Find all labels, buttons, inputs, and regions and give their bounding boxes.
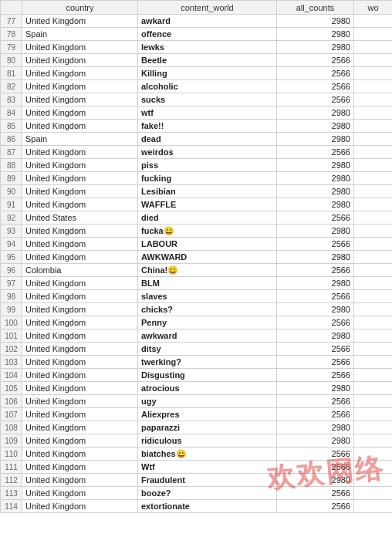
cell-all-counts[interactable]: 2980: [277, 329, 354, 343]
cell-country[interactable]: United States: [22, 211, 138, 225]
cell-country[interactable]: United Kingdom: [22, 106, 138, 120]
cell-country[interactable]: United Kingdom: [22, 461, 138, 474]
cell-country[interactable]: United Kingdom: [22, 238, 138, 251]
cell-country[interactable]: Spain: [22, 28, 138, 41]
cell-all-counts[interactable]: 2980: [277, 41, 354, 54]
cell-country[interactable]: Colombia: [22, 264, 138, 277]
table-row[interactable]: 111United KingdomWtf2566: [1, 461, 393, 474]
table-row[interactable]: 104United KingdomDisgusting2566: [1, 369, 393, 382]
cell-country[interactable]: United Kingdom: [22, 474, 138, 487]
cell-content-world[interactable]: LABOUR: [138, 238, 277, 251]
cell-country[interactable]: United Kingdom: [22, 434, 138, 448]
cell-all-counts[interactable]: 2980: [277, 474, 354, 487]
cell-all-counts[interactable]: 2566: [277, 356, 354, 369]
cell-content-world[interactable]: ditsy: [138, 343, 277, 356]
cell-content-world[interactable]: awkward: [138, 329, 277, 343]
cell-all-counts[interactable]: 2980: [277, 159, 354, 172]
cell-all-counts[interactable]: 2980: [277, 251, 354, 264]
table-row[interactable]: 106United Kingdomugy2566: [1, 395, 393, 408]
cell-all-counts[interactable]: 2566: [277, 461, 354, 474]
table-row[interactable]: 112United KingdomFraudulent2980: [1, 474, 393, 487]
table-row[interactable]: 97United KingdomBLM2980: [1, 277, 393, 290]
cell-content-world[interactable]: chicks?: [138, 303, 277, 316]
cell-all-counts[interactable]: 2566: [277, 448, 354, 461]
table-row[interactable]: 93United Kingdomfucka😀2980: [1, 225, 393, 238]
cell-all-counts[interactable]: 2566: [277, 408, 354, 421]
table-row[interactable]: 101United Kingdomawkward2980: [1, 329, 393, 343]
header-col-b[interactable]: content_world: [138, 1, 277, 15]
cell-country[interactable]: United Kingdom: [22, 225, 138, 238]
cell-all-counts[interactable]: 2980: [277, 28, 354, 41]
cell-all-counts[interactable]: 2980: [277, 434, 354, 448]
cell-country[interactable]: United Kingdom: [22, 448, 138, 461]
cell-content-world[interactable]: sucks: [138, 93, 277, 106]
cell-content-world[interactable]: booze?: [138, 487, 277, 500]
cell-country[interactable]: United Kingdom: [22, 487, 138, 500]
cell-content-world[interactable]: BLM: [138, 277, 277, 290]
cell-content-world[interactable]: Wtf: [138, 461, 277, 474]
cell-content-world[interactable]: alcoholic: [138, 80, 277, 93]
cell-country[interactable]: United Kingdom: [22, 251, 138, 264]
cell-content-world[interactable]: weirdos: [138, 146, 277, 159]
cell-content-world[interactable]: fake!!: [138, 120, 277, 133]
cell-content-world[interactable]: Killing: [138, 67, 277, 80]
cell-country[interactable]: United Kingdom: [22, 356, 138, 369]
cell-country[interactable]: Spain: [22, 133, 138, 146]
cell-all-counts[interactable]: 2566: [277, 500, 354, 513]
cell-country[interactable]: United Kingdom: [22, 303, 138, 316]
cell-all-counts[interactable]: 2566: [277, 264, 354, 277]
cell-content-world[interactable]: AWKWARD: [138, 251, 277, 264]
cell-country[interactable]: United Kingdom: [22, 395, 138, 408]
cell-content-world[interactable]: awkard: [138, 15, 277, 28]
table-row[interactable]: 87United Kingdomweirdos2566: [1, 146, 393, 159]
cell-content-world[interactable]: twerking?: [138, 356, 277, 369]
cell-content-world[interactable]: wtf: [138, 106, 277, 120]
cell-content-world[interactable]: WAFFLE: [138, 198, 277, 211]
table-row[interactable]: 84United Kingdomwtf2980: [1, 106, 393, 120]
cell-all-counts[interactable]: 2980: [277, 382, 354, 395]
table-row[interactable]: 92United Statesdied2566: [1, 211, 393, 225]
cell-all-counts[interactable]: 2566: [277, 93, 354, 106]
table-row[interactable]: 105United Kingdomatrocious2980: [1, 382, 393, 395]
cell-all-counts[interactable]: 2566: [277, 369, 354, 382]
table-row[interactable]: 94United KingdomLABOUR2566: [1, 238, 393, 251]
cell-all-counts[interactable]: 2566: [277, 316, 354, 329]
cell-all-counts[interactable]: 2566: [277, 54, 354, 67]
cell-country[interactable]: United Kingdom: [22, 198, 138, 211]
cell-all-counts[interactable]: 2980: [277, 198, 354, 211]
cell-content-world[interactable]: fucka😀: [138, 225, 277, 238]
cell-all-counts[interactable]: 2566: [277, 211, 354, 225]
cell-country[interactable]: United Kingdom: [22, 408, 138, 421]
table-row[interactable]: 98United Kingdomslaves2566: [1, 290, 393, 303]
cell-content-world[interactable]: Beetle: [138, 54, 277, 67]
cell-content-world[interactable]: Aliexpres: [138, 408, 277, 421]
cell-country[interactable]: United Kingdom: [22, 185, 138, 198]
cell-content-world[interactable]: Lesibian: [138, 185, 277, 198]
cell-country[interactable]: United Kingdom: [22, 80, 138, 93]
table-row[interactable]: 80United KingdomBeetle2566: [1, 54, 393, 67]
table-row[interactable]: 113United Kingdombooze?2566: [1, 487, 393, 500]
cell-country[interactable]: United Kingdom: [22, 15, 138, 28]
table-row[interactable]: 108United Kingdompaparazzi2980: [1, 421, 393, 434]
cell-country[interactable]: United Kingdom: [22, 343, 138, 356]
cell-content-world[interactable]: extortionate: [138, 500, 277, 513]
table-row[interactable]: 91United KingdomWAFFLE2980: [1, 198, 393, 211]
header-col-c[interactable]: all_counts: [277, 1, 354, 15]
cell-all-counts[interactable]: 2566: [277, 146, 354, 159]
cell-content-world[interactable]: ugy: [138, 395, 277, 408]
cell-all-counts[interactable]: 2980: [277, 172, 354, 185]
table-row[interactable]: 83United Kingdomsucks2566: [1, 93, 393, 106]
header-col-d[interactable]: wo: [354, 1, 393, 15]
cell-all-counts[interactable]: 2980: [277, 106, 354, 120]
table-row[interactable]: 99United Kingdomchicks?2980: [1, 303, 393, 316]
cell-content-world[interactable]: slaves: [138, 290, 277, 303]
cell-country[interactable]: United Kingdom: [22, 369, 138, 382]
table-row[interactable]: 85United Kingdomfake!!2980: [1, 120, 393, 133]
table-row[interactable]: 88United Kingdompiss2980: [1, 159, 393, 172]
cell-country[interactable]: United Kingdom: [22, 93, 138, 106]
cell-content-world[interactable]: paparazzi: [138, 421, 277, 434]
cell-country[interactable]: United Kingdom: [22, 316, 138, 329]
table-row[interactable]: 78Spainoffence2980: [1, 28, 393, 41]
cell-all-counts[interactable]: 2566: [277, 67, 354, 80]
table-row[interactable]: 90United KingdomLesibian2980: [1, 185, 393, 198]
